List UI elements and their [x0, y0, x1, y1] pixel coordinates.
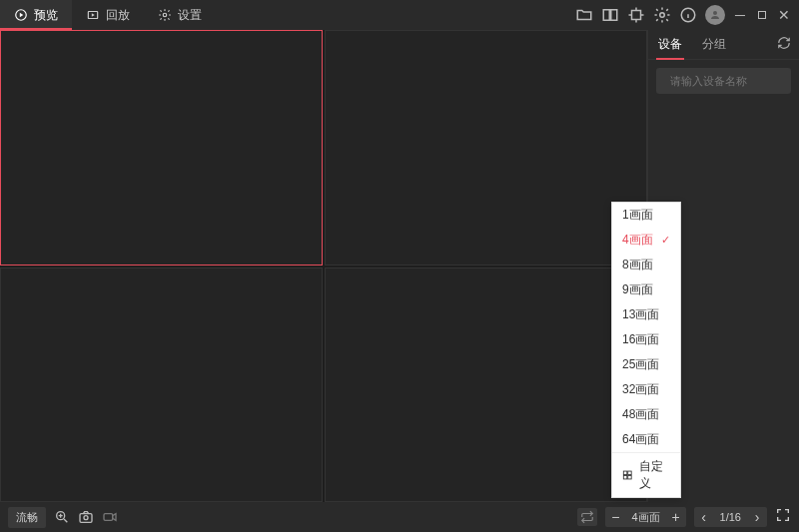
svg-rect-5	[632, 11, 641, 20]
minimize-button[interactable]: ─	[733, 8, 747, 22]
folder-icon[interactable]	[575, 6, 593, 24]
snapshot-icon[interactable]	[78, 509, 94, 525]
svg-point-6	[660, 13, 665, 18]
layout-menu-item[interactable]: 48画面	[612, 402, 680, 427]
check-icon: ✓	[661, 234, 670, 247]
video-cell[interactable]	[0, 30, 323, 266]
layout-menu-item[interactable]: 1画面	[612, 203, 680, 228]
svg-rect-14	[104, 514, 113, 521]
svg-rect-17	[623, 475, 627, 479]
svg-point-13	[84, 516, 88, 520]
titlebar-actions: ─ ✕	[575, 5, 799, 25]
info-icon[interactable]	[679, 6, 697, 24]
search-input[interactable]	[670, 75, 799, 87]
video-cell[interactable]	[325, 267, 647, 503]
settings-icon[interactable]	[653, 6, 671, 24]
grid-icon	[622, 469, 633, 481]
svg-rect-18	[628, 475, 632, 479]
tab-label: 回放	[106, 7, 130, 24]
layout-decrease-button[interactable]: −	[605, 507, 625, 527]
layout-menu-item[interactable]: 32画面	[612, 377, 680, 402]
svg-rect-4	[611, 10, 617, 21]
layout-label[interactable]: 4画面	[625, 510, 665, 525]
titlebar: 预览 回放 设置 ─ ✕	[0, 0, 799, 30]
loop-button[interactable]	[577, 508, 597, 526]
bottombar: 流畅 − 4画面 + ‹ 1/16 ›	[0, 502, 799, 532]
svg-rect-16	[628, 471, 632, 475]
avatar[interactable]	[705, 5, 725, 25]
svg-point-2	[163, 13, 167, 17]
playback-icon	[86, 8, 100, 22]
video-cell[interactable]	[0, 267, 323, 503]
layout-menu-item[interactable]: 9画面	[612, 277, 680, 302]
main-tabs: 预览 回放 设置	[0, 0, 216, 30]
svg-rect-15	[623, 471, 627, 475]
video-grid	[0, 30, 647, 502]
device-search[interactable]	[656, 68, 791, 94]
svg-rect-3	[603, 10, 609, 21]
layout-menu-item[interactable]: 16画面	[612, 327, 680, 352]
svg-rect-9	[759, 12, 766, 19]
page-label: 1/16	[714, 511, 747, 523]
tab-groups[interactable]: 分组	[692, 30, 736, 59]
layout-menu: 1画面4画面✓8画面9画面13画面16画面25画面32画面48画面64画面自定义	[611, 202, 681, 498]
right-panel-tabs: 设备 分组	[648, 30, 799, 60]
refresh-icon[interactable]	[769, 36, 799, 54]
close-button[interactable]: ✕	[777, 8, 791, 22]
layout-menu-item[interactable]: 25画面	[612, 352, 680, 377]
layout-selector: − 4画面 +	[605, 507, 685, 527]
layout-menu-item[interactable]: 64画面	[612, 427, 680, 452]
layout-menu-item[interactable]: 13画面	[612, 302, 680, 327]
target-icon[interactable]	[627, 6, 645, 24]
tab-playback[interactable]: 回放	[72, 0, 144, 30]
layout-increase-button[interactable]: +	[666, 507, 686, 527]
stream-quality-button[interactable]: 流畅	[8, 507, 46, 528]
tab-label: 预览	[34, 7, 58, 24]
zoom-icon[interactable]	[54, 509, 70, 525]
page-next-button[interactable]: ›	[747, 507, 767, 527]
svg-point-8	[713, 11, 717, 15]
layout-menu-item[interactable]: 8画面	[612, 253, 680, 277]
svg-rect-12	[80, 514, 92, 523]
page-selector: ‹ 1/16 ›	[694, 507, 767, 527]
layout-menu-custom[interactable]: 自定义	[612, 453, 680, 497]
video-cell[interactable]	[325, 30, 647, 266]
record-icon[interactable]	[102, 509, 118, 525]
tab-settings[interactable]: 设置	[144, 0, 216, 30]
tab-label: 设置	[178, 7, 202, 24]
page-prev-button[interactable]: ‹	[694, 507, 714, 527]
play-circle-icon	[14, 8, 28, 22]
gear-icon	[158, 8, 172, 22]
fullscreen-button[interactable]	[775, 507, 791, 527]
tab-preview[interactable]: 预览	[0, 0, 72, 30]
tab-devices[interactable]: 设备	[648, 30, 692, 59]
maximize-button[interactable]	[755, 8, 769, 22]
layout-icon[interactable]	[601, 6, 619, 24]
layout-menu-item[interactable]: 4画面✓	[612, 228, 680, 253]
